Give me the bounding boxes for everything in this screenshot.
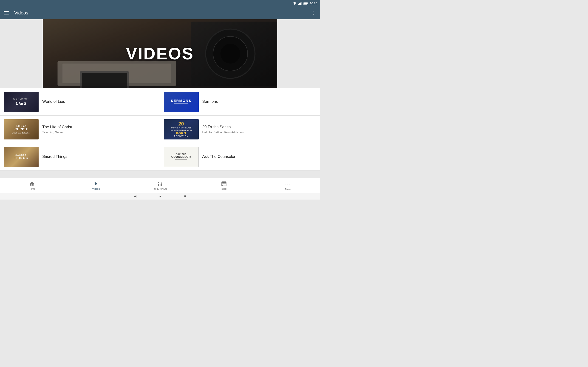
nav-item-purity-for-life[interactable]: Purity for Life [151, 181, 169, 190]
more-options-icon[interactable]: ⋮ [311, 10, 316, 16]
list-item[interactable]: SACRED THINGS Sacred Things [0, 143, 160, 171]
video-info: Sermons [202, 99, 317, 104]
headphones-icon [157, 181, 163, 186]
nav-label-videos: Videos [92, 187, 100, 190]
hero-title: VIDEOS [126, 44, 194, 63]
video-title: Ask The Counselor [202, 154, 317, 159]
nav-item-blog[interactable]: Blog [215, 181, 233, 190]
video-title: 20 Truths Series [202, 125, 317, 130]
nav-label-blog: Blog [221, 187, 226, 190]
list-item[interactable]: SERMONS Sermons [160, 88, 320, 116]
nav-label-purity: Purity for Life [153, 187, 167, 190]
time-display: 10:26 [310, 2, 317, 5]
video-info: The Life of Christ Teaching Series [42, 125, 156, 134]
list-item[interactable]: ASK THE COUNSELOR Ask The Counselor [160, 143, 320, 171]
nav-item-videos[interactable]: Videos [87, 181, 105, 190]
svg-rect-0 [298, 4, 299, 5]
thumbnail-image: 20 TRUTHS THAT HELPEDME IN MY BATTLE WIT… [164, 119, 199, 140]
svg-rect-3 [301, 2, 302, 5]
video-info: 20 Truths Series Help for Battling Porn … [202, 125, 317, 134]
home-button[interactable]: ● [159, 194, 161, 198]
nav-label-more: More [285, 188, 291, 191]
video-info: Ask The Counselor [202, 154, 317, 159]
video-info: World of Lies [42, 99, 156, 104]
thumbnail-image: WORLD·OF· LIES [4, 92, 39, 112]
video-icon [93, 181, 99, 186]
video-thumbnail-ask-counselor: ASK THE COUNSELOR [164, 147, 199, 167]
signal-icon [298, 2, 302, 5]
hero-banner: VIDEOS [43, 19, 277, 88]
back-button[interactable]: ◀ [134, 194, 137, 198]
svg-rect-6 [304, 2, 307, 4]
video-thumbnail-20-truths: 20 TRUTHS THAT HELPEDME IN MY BATTLE WIT… [164, 119, 199, 140]
app-bar: Videos ⋮ [0, 6, 320, 19]
blog-icon [221, 181, 227, 186]
video-thumbnail-sacred-things: SACRED THINGS [4, 147, 39, 167]
nav-item-home[interactable]: Home [23, 181, 41, 190]
svg-rect-5 [308, 3, 308, 4]
recent-apps-button[interactable]: ■ [184, 194, 186, 198]
more-dots-icon: ··· [285, 181, 291, 187]
status-bar: 10:26 [0, 0, 320, 6]
video-title: Sacred Things [42, 154, 156, 159]
status-icons: 10:26 [293, 2, 317, 5]
battery-icon [303, 2, 308, 5]
svg-rect-17 [94, 182, 95, 185]
home-icon [29, 181, 35, 186]
content-area: WORLD·OF· LIES World of Lies SERMONS [0, 88, 320, 186]
list-item[interactable]: WORLD·OF· LIES World of Lies [0, 88, 160, 116]
bottom-nav: Home Videos Purity for Life Blog ··· Mor… [0, 178, 320, 193]
video-subtitle: Help for Battling Porn Addiction [202, 131, 317, 134]
video-thumbnail-life-of-christ: LIFE of CHRIST with Steve Gallagher [4, 119, 39, 140]
video-info: Sacred Things [42, 154, 156, 159]
wifi-icon [293, 2, 297, 5]
hamburger-menu-icon[interactable] [4, 11, 9, 15]
video-title: World of Lies [42, 99, 156, 104]
list-item[interactable]: 20 TRUTHS THAT HELPEDME IN MY BATTLE WIT… [160, 116, 320, 143]
video-thumbnail-world-of-lies: WORLD·OF· LIES [4, 92, 39, 112]
thumbnail-image: ASK THE COUNSELOR [164, 147, 199, 167]
video-subtitle: Teaching Series [42, 131, 156, 134]
list-item[interactable]: LIFE of CHRIST with Steve Gallagher The … [0, 116, 160, 143]
android-nav-bar: ◀ ● ■ [0, 193, 320, 200]
video-grid: WORLD·OF· LIES World of Lies SERMONS [0, 88, 320, 171]
svg-rect-18 [95, 182, 95, 185]
svg-rect-1 [299, 3, 300, 5]
video-thumbnail-sermons: SERMONS [164, 92, 199, 112]
thumbnail-image: SACRED THINGS [4, 147, 39, 167]
page-title: Videos [14, 10, 311, 16]
svg-rect-2 [300, 2, 301, 5]
video-title: Sermons [202, 99, 317, 104]
nav-item-more[interactable]: ··· More [279, 181, 297, 191]
nav-label-home: Home [29, 187, 35, 190]
thumbnail-image: SERMONS [164, 92, 199, 112]
video-title: The Life of Christ [42, 125, 156, 130]
thumbnail-image: LIFE of CHRIST with Steve Gallagher [4, 119, 39, 140]
